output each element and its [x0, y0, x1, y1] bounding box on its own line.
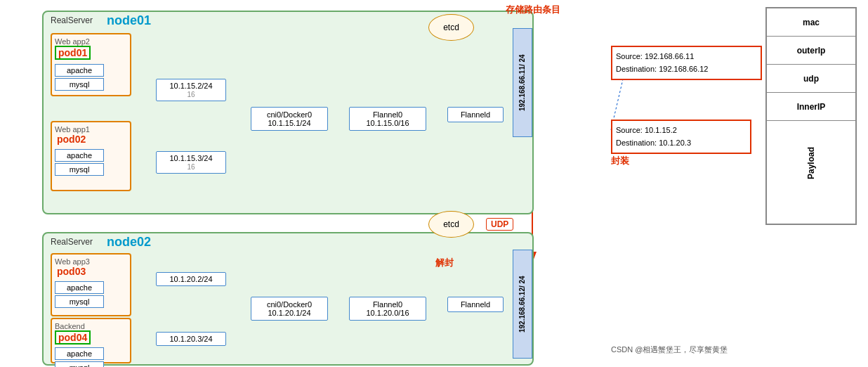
node02-title: node02: [107, 235, 151, 250]
etcd-node01: etcd: [428, 14, 474, 41]
pod02-apache: apache: [55, 149, 104, 162]
node01-flanneld: Flanneld: [447, 107, 504, 122]
node01-box: RealServer node01 Web app2 pod01 apache …: [42, 11, 534, 214]
packet-diagram: mac outerIp udp InnerIP Payload: [765, 7, 857, 225]
pod04-box: Backend pod04 apache mysql: [51, 318, 131, 363]
pod03-apache: apache: [55, 281, 104, 294]
annotation-encap: 封装: [611, 155, 629, 167]
udp-label: UDP: [486, 218, 513, 231]
annotation-decap: 解封: [435, 257, 454, 269]
packet-source-inner-dst: Destination: 10.1.20.3: [616, 137, 747, 150]
packet-innerip: InnerIP: [767, 93, 855, 121]
pod04-ip: 10.1.20.3/24: [156, 332, 226, 346]
packet-source-outer: Source: 192.168.66.11 Destination: 192.1…: [611, 46, 762, 80]
pod04-mysql: mysql: [55, 361, 104, 367]
packet-mac: mac: [767, 8, 855, 37]
pod02-ip: 10.1.15.3/24 16: [156, 151, 226, 174]
packet-udp: udp: [767, 65, 855, 93]
pod03-mysql: mysql: [55, 295, 104, 308]
node01-nic: 192.168.66.11/ 24: [513, 28, 532, 137]
packet-source-inner: Source: 10.1.15.2 Destination: 10.1.20.3: [611, 120, 751, 154]
pod02-label: Web app1: [55, 125, 127, 134]
pod01-label: Web app2: [55, 37, 127, 46]
pod02-box: Web app1 pod02 apache mysql: [51, 121, 131, 191]
packet-source-outer-dst: Destination: 192.168.66.12: [616, 63, 757, 76]
packet-source-outer-src: Source: 192.168.66.11: [616, 51, 757, 63]
pod04-label: Backend: [55, 322, 127, 330]
pod01-ip: 10.1.15.2/24 16: [156, 79, 226, 101]
pod04-title: pod04: [55, 330, 91, 345]
annotation-store-route: 存储路由条目: [506, 4, 560, 16]
node01-cni0: cni0/Docker0 10.1.15.1/24: [251, 107, 328, 131]
packet-source-inner-src: Source: 10.1.15.2: [616, 124, 747, 137]
pod02-mysql: mysql: [55, 163, 104, 176]
node02-flannel0: Flannel0 10.1.20.0/16: [349, 297, 426, 321]
footer: CSDN @相遇蟹堡王，尽享蟹黄堡: [611, 345, 728, 355]
node02-realserver: RealServer: [51, 237, 93, 247]
pod01-mysql: mysql: [55, 78, 104, 91]
pod03-ip: 10.1.20.2/24: [156, 272, 226, 286]
pod03-label: Web app3: [55, 257, 127, 266]
pod03-box: Web app3 pod03 apache mysql: [51, 253, 131, 316]
node01-title: node01: [107, 13, 151, 28]
node02-cni0: cni0/Docker0 10.1.20.1/24: [251, 297, 328, 321]
node01-flannel0: Flannel0 10.1.15.0/16: [349, 107, 426, 131]
etcd-node02: etcd: [428, 211, 474, 238]
pod03-title: pod03: [55, 266, 88, 277]
node02-nic: 192.168.66.12/ 24: [513, 250, 532, 359]
node01-realserver: RealServer: [51, 15, 93, 25]
node02-flanneld: Flanneld: [447, 297, 504, 312]
pod04-apache: apache: [55, 347, 104, 360]
diagram-container: RealServer node01 Web app2 pod01 apache …: [0, 0, 868, 367]
packet-payload: Payload: [767, 121, 855, 205]
packet-outerip: outerIp: [767, 37, 855, 65]
pod02-title: pod02: [55, 134, 88, 145]
pod01-apache: apache: [55, 64, 104, 77]
pod01-title: pod01: [55, 46, 91, 60]
pod01-box: Web app2 pod01 apache mysql: [51, 33, 131, 96]
node02-box: RealServer node02 Web app3 pod03 apache …: [42, 232, 534, 366]
